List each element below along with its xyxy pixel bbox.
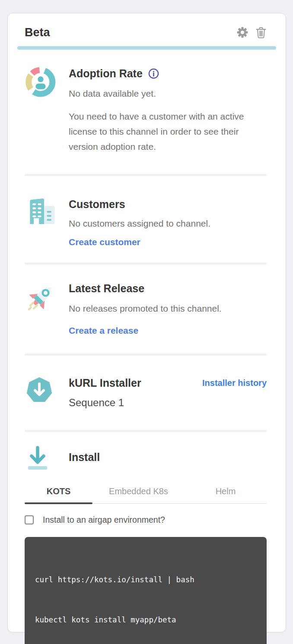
card-content: Adoption Rate No data available yet. You… (25, 66, 267, 644)
adoption-rate-heading: Adoption Rate (69, 66, 267, 81)
installer-body: kURL Installer Sequence 1 Installer hist… (69, 376, 267, 410)
buildings-icon (25, 221, 57, 228)
adoption-icon-column (25, 66, 69, 100)
install-section: Install (25, 445, 267, 475)
channel-card: Beta (7, 13, 286, 632)
release-body: Latest Release No releases promoted to t… (69, 281, 267, 338)
installer-icon-column (25, 376, 69, 407)
command-line: kubectl kots install myapp/beta (35, 613, 256, 627)
customers-body: Customers No customers assigned to chann… (69, 197, 267, 249)
create-release-link[interactable]: Create a release (69, 323, 138, 338)
airgap-label: Install to an airgap environment? (43, 515, 165, 525)
adoption-hint-text: You need to have a customer with an acti… (69, 109, 263, 154)
settings-button[interactable] (236, 26, 248, 38)
adoption-body: Adoption Rate No data available yet. You… (69, 66, 267, 154)
customers-empty-text: No customers assigned to channel. (69, 216, 267, 231)
installer-sequence: Sequence 1 (69, 395, 141, 410)
latest-release-heading: Latest Release (69, 281, 267, 296)
tab-kots[interactable]: KOTS (25, 486, 92, 503)
installer-text: kURL Installer Sequence 1 (69, 376, 141, 410)
adoption-rate-section: Adoption Rate No data available yet. You… (25, 66, 267, 154)
airgap-row: Install to an airgap environment? (25, 515, 267, 525)
rocket-icon (25, 309, 59, 317)
heptagon-download-icon (25, 399, 54, 406)
divider (25, 430, 267, 432)
delete-button[interactable] (255, 26, 267, 39)
release-empty-text: No releases promoted to this channel. (69, 301, 267, 316)
release-icon-column (25, 281, 69, 317)
install-tabs: KOTS Embedded K8s Helm (25, 486, 267, 504)
install-heading: Install (69, 450, 267, 470)
customers-icon-column (25, 197, 69, 229)
card-header: Beta (25, 25, 267, 40)
divider (25, 354, 267, 356)
trash-icon (255, 34, 267, 40)
adoption-rate-title: Adoption Rate (69, 66, 143, 81)
tab-embedded-k8s[interactable]: Embedded K8s (92, 486, 185, 503)
create-customer-link[interactable]: Create customer (69, 234, 140, 249)
divider (25, 262, 267, 265)
installer-history-link[interactable]: Installer history (202, 376, 267, 390)
customers-section: Customers No customers assigned to chann… (25, 197, 267, 249)
channel-accent-bar (17, 46, 276, 50)
header-actions (236, 26, 267, 39)
kurl-installer-heading: kURL Installer (69, 376, 141, 390)
gear-icon (236, 33, 248, 40)
info-circle-icon[interactable] (148, 68, 159, 79)
customers-heading: Customers (69, 197, 267, 212)
adoption-empty-text: No data available yet. (69, 86, 267, 101)
install-command-block[interactable]: curl https://kots.io/install | bash kube… (25, 537, 267, 644)
install-body: Install (69, 450, 267, 470)
install-icon-column (25, 445, 69, 475)
command-line: curl https://kots.io/install | bash (35, 573, 256, 587)
channel-title: Beta (25, 25, 50, 40)
kurl-installer-section: kURL Installer Sequence 1 Installer hist… (25, 376, 267, 410)
airgap-checkbox[interactable] (25, 515, 34, 524)
latest-release-section: Latest Release No releases promoted to t… (25, 281, 267, 338)
divider (25, 174, 267, 176)
tab-helm[interactable]: Helm (185, 486, 267, 503)
donut-chart-person-icon (25, 92, 57, 99)
download-arrow-icon (25, 467, 51, 475)
